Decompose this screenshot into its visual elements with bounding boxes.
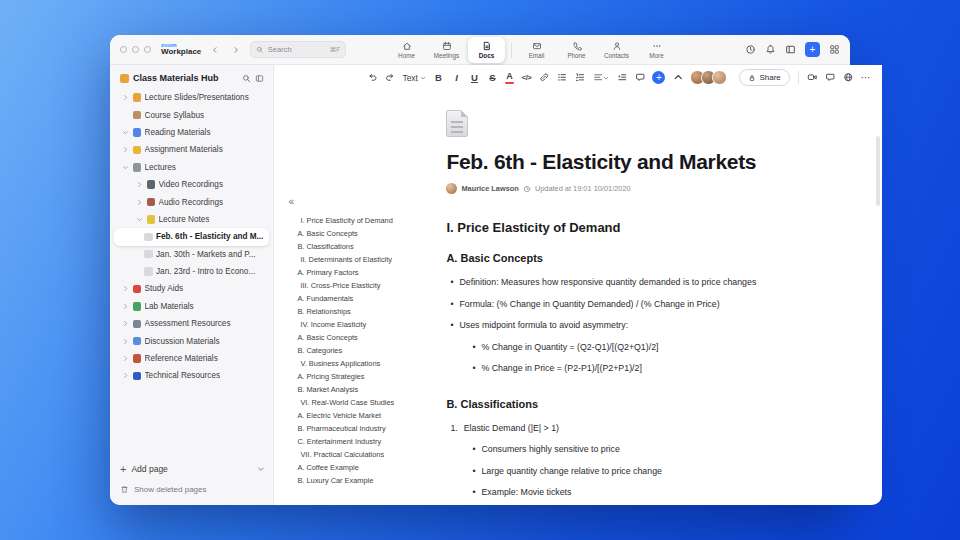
chevron-right-icon[interactable] [122,94,129,101]
toc-item[interactable]: A. Basic Concepts [288,331,443,344]
toc-item[interactable]: A. Primary Factors [288,266,443,279]
chevron-down-icon[interactable] [122,129,129,136]
toc-item[interactable]: VII. Practical Calculations [288,448,443,461]
share-button[interactable]: Share [739,69,789,86]
toc-item[interactable]: VI. Real-World Case Studies [288,396,443,409]
collaborator-avatar[interactable] [712,70,727,85]
sidebar-item-lecture-slides[interactable]: Lecture Slides/Presentations [110,89,273,106]
sidebar-item-jan-30th[interactable]: Jan. 30th - Markets and P... [110,246,273,263]
sidebar-item-reference-materials[interactable]: Reference Materials [110,350,273,367]
document-title[interactable]: Feb. 6th - Elasticity and Markets [446,150,824,174]
toc-item[interactable]: V. Business Applications [288,357,443,370]
bullet-line[interactable]: Definition: Measures how responsive quan… [450,277,824,288]
comment-button[interactable] [634,70,645,86]
text-color-dropdown[interactable]: A [505,72,514,84]
section-heading[interactable]: I. Price Elasticity of Demand [446,220,824,235]
sidebar-item-lab-materials[interactable]: Lab Materials [110,298,273,315]
sidebar-item-study-aids[interactable]: Study Aids [110,280,273,297]
subsection-heading[interactable]: B. Classifications [446,398,824,410]
global-search-input[interactable]: Search ⌘F [250,41,346,58]
sidebar-item-feb-6th-selected[interactable]: Feb. 6th - Elasticity and M... [114,228,269,245]
chevron-right-icon[interactable] [122,355,129,362]
sidebar-item-jan-23rd[interactable]: Jan. 23rd - Intro to Econo... [110,263,273,280]
numbered-list-button[interactable] [575,70,586,86]
chevron-down-icon[interactable] [122,164,129,171]
subsection-heading[interactable]: A. Basic Concepts [446,252,824,264]
toc-item[interactable]: III. Cross-Price Elasticity [288,279,443,292]
chevron-right-icon[interactable] [122,146,129,153]
sidebar-item-discussion-materials[interactable]: Discussion Materials [110,332,273,349]
scrollbar-thumb[interactable] [876,136,880,206]
toc-item[interactable]: I. Price Elasticity of Demand [288,214,443,227]
indent-button[interactable] [616,70,627,86]
bold-button[interactable]: B [433,70,444,86]
start-video-button[interactable] [807,70,818,86]
forward-button[interactable] [229,43,243,57]
chevron-right-icon[interactable] [122,320,129,327]
toc-item[interactable]: II. Determinants of Elasticity [288,253,443,266]
strikethrough-button[interactable]: S [487,70,498,86]
sub-bullet-line[interactable]: Large quantity change relative to price … [472,466,824,477]
toc-item[interactable]: B. Market Analysis [288,383,443,396]
tab-phone[interactable]: Phone [558,37,595,63]
chevron-right-icon[interactable] [136,181,143,188]
sub-bullet-line[interactable]: % Change in Price = (P2-P1)/[(P2+P1)/2] [472,363,824,374]
code-button[interactable]: </> [521,70,532,86]
collapse-outline-icon[interactable]: « [288,196,443,207]
chevron-down-icon[interactable] [136,216,143,223]
sidebar-item-audio-recordings[interactable]: Audio Recordings [110,193,273,210]
sidebar-item-lecture-notes[interactable]: Lecture Notes [110,211,273,228]
toc-item[interactable]: A. Basic Concepts [288,227,443,240]
back-button[interactable] [208,43,222,57]
tab-contacts[interactable]: Contacts [598,37,635,63]
chevron-right-icon[interactable] [122,338,129,345]
chevron-right-icon[interactable] [136,199,143,206]
toc-item[interactable]: A. Electric Vehicle Market [288,409,443,422]
toc-item[interactable]: IV. Income Elasticity [288,318,443,331]
sidebar-search-icon[interactable] [242,74,251,83]
sidebar-item-assignment-materials[interactable]: Assignment Materials [110,141,273,158]
new-item-button[interactable] [805,42,820,57]
notifications-bell-icon[interactable] [765,44,776,55]
bullet-line[interactable]: Uses midpoint formula to avoid asymmetry… [450,320,824,331]
close-window-button[interactable] [120,46,127,53]
toc-item[interactable]: B. Pharmaceutical Industry [288,422,443,435]
language-button[interactable] [843,70,854,86]
insert-block-button[interactable] [652,71,665,84]
sidebar-item-assessment-resources[interactable]: Assessment Resources [110,315,273,332]
toc-item[interactable]: B. Classifications [288,240,443,253]
sub-bullet-line[interactable]: Consumers highly sensitive to price [472,444,824,455]
toc-item[interactable]: A. Pricing Strategies [288,370,443,383]
tab-more[interactable]: More [638,37,675,63]
sidebar-item-technical-resources[interactable]: Technical Resources [110,367,273,384]
sidebar-item-reading-materials[interactable]: Reading Materials [110,124,273,141]
chevron-right-icon[interactable] [122,372,129,379]
chevron-down-icon[interactable] [257,465,265,473]
sub-bullet-line[interactable]: Example: Movie tickets [472,487,824,498]
text-style-dropdown[interactable]: Text [402,73,426,83]
toc-item[interactable]: C. Entertainment Industry [288,435,443,448]
tab-meetings[interactable]: Meetings [428,37,465,63]
chevron-right-icon[interactable] [122,285,129,292]
sidebar-item-lectures[interactable]: Lectures [110,159,273,176]
bulleted-list-button[interactable] [557,70,568,86]
numbered-line[interactable]: 1.Elastic Demand (|E| > 1) [450,423,824,434]
toc-item[interactable]: A. Fundamentals [288,292,443,305]
zoom-window-button[interactable] [144,46,151,53]
undo-button[interactable] [366,70,377,86]
show-deleted-pages-button[interactable]: Show deleted pages [120,481,265,497]
collapse-sidebar-icon[interactable] [255,74,264,83]
side-panel-icon[interactable] [785,44,796,55]
chevron-right-icon[interactable] [122,303,129,310]
toc-item[interactable]: B. Categories [288,344,443,357]
bullet-line[interactable]: Formula: (% Change in Quantity Demanded)… [450,299,824,310]
link-button[interactable] [539,70,550,86]
redo-button[interactable] [384,70,395,86]
more-options-button[interactable]: ⋯ [861,70,872,86]
chat-button[interactable] [825,70,836,86]
apps-grid-icon[interactable] [829,44,840,55]
tab-home[interactable]: Home [388,37,425,63]
toc-item[interactable]: B. Relationships [288,305,443,318]
italic-button[interactable]: I [451,70,462,86]
toc-item[interactable]: A. Coffee Example [288,461,443,474]
